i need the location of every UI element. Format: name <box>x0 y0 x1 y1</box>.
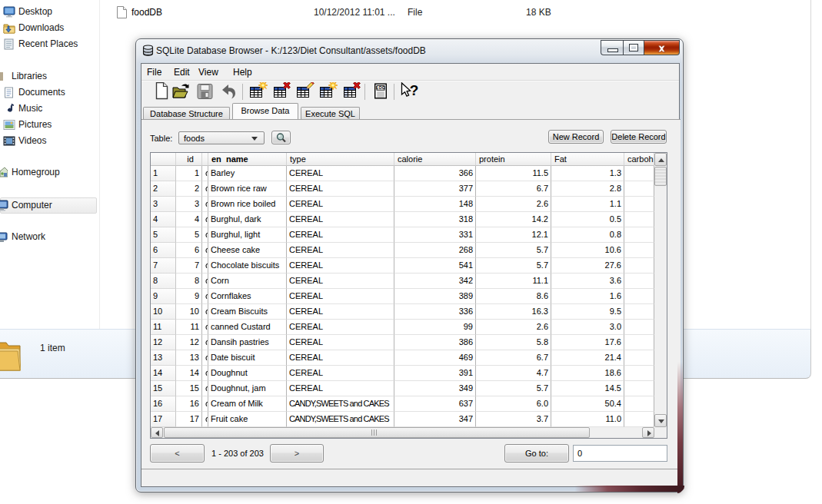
svg-text:LOG: LOG <box>376 85 385 90</box>
svg-text:?: ? <box>410 82 419 98</box>
